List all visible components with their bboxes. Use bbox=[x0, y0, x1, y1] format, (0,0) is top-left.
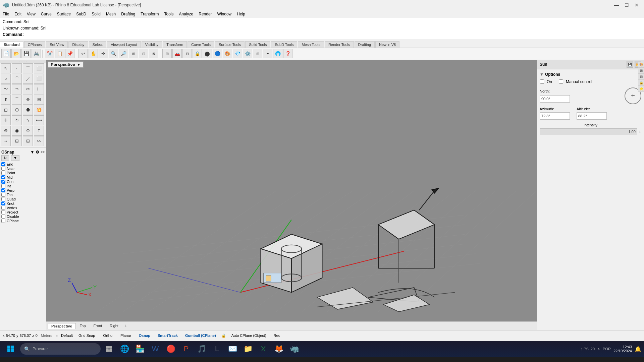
tb-zoom-out[interactable]: 🔎 bbox=[119, 49, 128, 58]
tb-material[interactable]: 🎨 bbox=[223, 49, 232, 58]
view-tab-front[interactable]: Front bbox=[90, 323, 106, 329]
start-button[interactable] bbox=[3, 343, 19, 355]
view-tab-right[interactable]: Right bbox=[106, 323, 122, 329]
toolbar-tab-drafting[interactable]: Drafting bbox=[355, 41, 375, 48]
lt-more2[interactable]: >> bbox=[34, 136, 44, 146]
menu-window[interactable]: Window bbox=[215, 11, 234, 17]
lt-trim[interactable]: ✂ bbox=[23, 84, 33, 94]
tb-zoom-ext[interactable]: ⊞ bbox=[129, 49, 138, 58]
lt-rect[interactable]: ⬜ bbox=[34, 74, 44, 84]
tb-lock[interactable]: 🔒 bbox=[193, 49, 202, 58]
osnap-checkbox-mid[interactable] bbox=[1, 175, 5, 179]
tb-layers[interactable]: ⊟ bbox=[182, 49, 192, 58]
toolbar-tab-curve-tools[interactable]: Curve Tools bbox=[187, 41, 214, 48]
tb-snap-pt[interactable]: ✦ bbox=[263, 49, 272, 58]
menu-drafting[interactable]: Drafting bbox=[118, 11, 138, 17]
taskbar-icon-powerpoint[interactable]: P bbox=[179, 343, 193, 355]
sun-manual-checkbox[interactable] bbox=[559, 79, 563, 84]
tb-rendered[interactable]: 💎 bbox=[233, 49, 242, 58]
toolbar-tab-mesh-tools[interactable]: Mesh Tools bbox=[298, 41, 324, 48]
osnap-expand[interactable]: >> bbox=[41, 150, 45, 154]
lt-box-sel[interactable]: ⬜ bbox=[34, 63, 44, 73]
task-view-button[interactable] bbox=[102, 343, 116, 355]
osnap-filter-icon[interactable]: ▼ bbox=[30, 150, 34, 155]
planar-btn[interactable]: Planar bbox=[118, 333, 133, 339]
osnap-checkbox-cplane[interactable] bbox=[1, 219, 5, 223]
lt-array[interactable]: ⊞ bbox=[34, 95, 44, 105]
panel-save-btn[interactable]: 💾 bbox=[627, 61, 633, 68]
taskbar-icon-mail[interactable]: ✉️ bbox=[225, 343, 239, 355]
tb-move[interactable]: ✛ bbox=[99, 49, 108, 58]
lt-extrude[interactable]: ⬆ bbox=[1, 95, 11, 105]
tb-copy[interactable]: 📋 bbox=[55, 49, 64, 58]
lt-free[interactable]: 〜 bbox=[1, 84, 11, 94]
sun-on-checkbox[interactable] bbox=[540, 79, 544, 84]
toolbar-tab-transform[interactable]: Transform bbox=[163, 41, 187, 48]
menu-surface[interactable]: Surface bbox=[54, 11, 73, 17]
tb-help[interactable]: ❓ bbox=[283, 49, 292, 58]
tb-open[interactable]: 📂 bbox=[11, 49, 21, 58]
tb-undo[interactable]: ↩ bbox=[78, 49, 88, 58]
lt-extend[interactable]: ⊢ bbox=[34, 84, 44, 94]
lt-curve-pt[interactable]: ⌒ bbox=[23, 63, 33, 73]
lt-scale[interactable]: ⤡ bbox=[23, 115, 33, 125]
lt-mesh[interactable]: ⬡ bbox=[12, 105, 22, 115]
lt-surface[interactable]: ◻ bbox=[1, 105, 11, 115]
osnap-checkbox-quad[interactable] bbox=[1, 197, 5, 201]
menu-render[interactable]: Render bbox=[196, 11, 214, 17]
osnap-btn[interactable]: Osnap bbox=[137, 333, 152, 338]
lt-dot[interactable]: ⊙ bbox=[23, 126, 33, 136]
toolbar-tab-subd-tools[interactable]: SubD Tools bbox=[271, 41, 297, 48]
taskbar-icon-store[interactable]: 🏪 bbox=[133, 343, 147, 355]
osnap-checkbox-near[interactable] bbox=[1, 167, 5, 171]
view-tab-top[interactable]: Top bbox=[76, 323, 90, 329]
ortho-btn[interactable]: Ortho bbox=[101, 333, 115, 339]
taskbar-icon-word[interactable]: W bbox=[148, 343, 162, 355]
lt-rotate[interactable]: ↻ bbox=[12, 115, 22, 125]
toolbar-tab-visibility[interactable]: Visibility bbox=[142, 41, 162, 48]
toolbar-tab-solid-tools[interactable]: Solid Tools bbox=[245, 41, 270, 48]
lt-select[interactable]: ↖ bbox=[1, 63, 11, 73]
tb-save[interactable]: 💾 bbox=[21, 49, 31, 58]
lt-gumball[interactable]: ⊞ bbox=[23, 136, 33, 146]
tb-cut[interactable]: ✂️ bbox=[45, 49, 54, 58]
tb-pan[interactable]: ✋ bbox=[89, 49, 98, 58]
taskbar-search[interactable]: 🔍 Procurar bbox=[20, 343, 101, 355]
view-tab-add[interactable]: + bbox=[122, 322, 129, 329]
taskbar-icon-vlc[interactable]: 🎵 bbox=[195, 343, 209, 355]
menu-solid[interactable]: Solid bbox=[89, 11, 103, 17]
toolbar-tab-cplanes[interactable]: CPlanes bbox=[24, 41, 46, 48]
toolbar-tab-set-view[interactable]: Set View bbox=[46, 41, 68, 48]
panel-icon-5[interactable]: ⭐ bbox=[638, 86, 644, 92]
osnap-checkbox-disable[interactable] bbox=[1, 215, 5, 219]
toolbar-tab-display[interactable]: Display bbox=[68, 41, 88, 48]
gumball-btn[interactable]: Gumball (CPlane) bbox=[183, 333, 218, 338]
menu-file[interactable]: File bbox=[0, 11, 12, 17]
azimuth-input[interactable] bbox=[540, 112, 570, 120]
toolbar-tab-select[interactable]: Select bbox=[89, 41, 107, 48]
osnap-checkbox-knot[interactable] bbox=[1, 201, 5, 205]
lt-mirror[interactable]: ⟺ bbox=[34, 115, 44, 125]
toolbar-tab-standard[interactable]: Standard bbox=[0, 41, 23, 48]
lt-explode[interactable]: 💥 bbox=[34, 105, 44, 115]
lt-arc[interactable]: ⌒ bbox=[12, 74, 22, 84]
rec-btn[interactable]: Rec bbox=[272, 333, 282, 338]
tb-zoom-all[interactable]: ⊠ bbox=[149, 49, 158, 58]
menu-mesh[interactable]: Mesh bbox=[103, 11, 118, 17]
lt-sub[interactable]: ⬣ bbox=[23, 105, 33, 115]
lt-hatch[interactable]: ⊟ bbox=[12, 136, 22, 146]
taskbar-icon-files[interactable]: 📁 bbox=[241, 343, 255, 355]
tb-zoom-sel[interactable]: ⊡ bbox=[139, 49, 148, 58]
osnap-checkbox-tan[interactable] bbox=[1, 193, 5, 197]
tb-more[interactable]: ⚙️ bbox=[243, 49, 252, 58]
layer-label[interactable]: Default bbox=[61, 334, 73, 338]
osnap-settings-icon[interactable]: ⚙ bbox=[36, 150, 39, 155]
tb-zoom-in[interactable]: 🔍 bbox=[109, 49, 118, 58]
panel-icon-3[interactable]: ⊟ bbox=[638, 74, 644, 80]
menu-tools[interactable]: Tools bbox=[162, 11, 176, 17]
menu-curve[interactable]: Curve bbox=[38, 11, 54, 17]
tb-globe[interactable]: 🌐 bbox=[273, 49, 282, 58]
osnap-all-btn[interactable]: ↻ bbox=[1, 155, 9, 161]
osnap-checkbox-point[interactable] bbox=[1, 171, 5, 175]
lt-point[interactable]: · bbox=[12, 63, 22, 73]
